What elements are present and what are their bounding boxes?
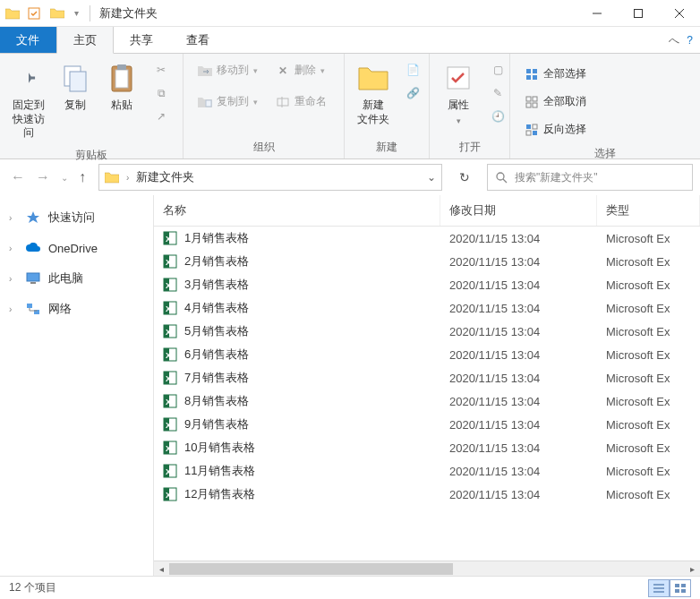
scroll-left-icon[interactable]: ◂ (154, 564, 169, 574)
recent-dropdown[interactable]: ⌄ (61, 173, 68, 183)
col-date[interactable]: 修改日期 (440, 195, 597, 226)
table-row[interactable]: X5月销售表格2020/11/15 13:04Microsoft Ex (154, 320, 700, 343)
invert-button[interactable]: 反向选择 (519, 118, 592, 141)
selectall-button[interactable]: 全部选择 (519, 63, 592, 85)
tab-home[interactable]: 主页 (56, 27, 114, 54)
newfolder-button[interactable]: 新建 文件夹 (350, 57, 397, 130)
up-button[interactable]: ↑ (79, 169, 86, 185)
maximize-button[interactable] (618, 0, 659, 27)
rename-button[interactable]: 重命名 (270, 90, 332, 113)
svg-rect-4 (70, 72, 86, 91)
svg-rect-16 (526, 97, 531, 101)
selectnone-label: 全部取消 (543, 94, 586, 109)
col-type[interactable]: 类型 (597, 195, 700, 226)
search-icon (495, 171, 508, 184)
nav-arrows: ← → ⌄ ↑ (7, 169, 90, 185)
history-button[interactable]: 🕘 (485, 106, 510, 127)
table-row[interactable]: X12月销售表格2020/11/15 13:04Microsoft Ex (154, 483, 700, 506)
sidebar-item-quickaccess[interactable]: › 快速访问 (0, 202, 153, 233)
file-name: 6月销售表格 (184, 347, 249, 363)
back-button[interactable]: ← (11, 169, 25, 185)
breadcrumb[interactable]: 新建文件夹 (136, 169, 420, 185)
sidebar-label: 网络 (48, 301, 72, 317)
scroll-thumb[interactable] (169, 563, 453, 575)
close-button[interactable] (659, 0, 700, 27)
cell-name: X7月销售表格 (154, 370, 440, 386)
svg-text:X: X (166, 374, 171, 383)
cell-name: X8月销售表格 (154, 393, 440, 409)
table-row[interactable]: X6月销售表格2020/11/15 13:04Microsoft Ex (154, 343, 700, 366)
selectnone-button[interactable]: 全部取消 (519, 90, 592, 113)
qat-dropdown-icon[interactable]: ▾ (70, 3, 82, 24)
table-row[interactable]: X4月销售表格2020/11/15 13:04Microsoft Ex (154, 296, 700, 320)
table-row[interactable]: X8月销售表格2020/11/15 13:04Microsoft Ex (154, 389, 700, 413)
col-name[interactable]: 名称 (154, 195, 440, 226)
ribbon-collapse[interactable]: へ ? (669, 27, 693, 54)
table-row[interactable]: X1月销售表格2020/11/15 13:04Microsoft Ex (154, 227, 700, 250)
qat-folder-icon[interactable] (47, 3, 68, 24)
edit-button[interactable]: ✎ (485, 82, 510, 104)
sidebar-item-network[interactable]: › 网络 (0, 294, 153, 324)
view-large-button[interactable] (670, 579, 691, 597)
help-icon[interactable]: ? (687, 34, 693, 47)
tab-share[interactable]: 共享 (114, 27, 170, 53)
sidebar-item-thispc[interactable]: › 此电脑 (0, 263, 153, 294)
table-row[interactable]: X9月销售表格2020/11/15 13:04Microsoft Ex (154, 413, 700, 436)
address-dropdown-icon[interactable]: ⌄ (427, 171, 436, 184)
table-row[interactable]: X11月销售表格2020/11/15 13:04Microsoft Ex (154, 459, 700, 483)
properties-button[interactable]: 属性 ▾ (435, 57, 482, 129)
table-row[interactable]: X2月销售表格2020/11/15 13:04Microsoft Ex (154, 250, 700, 273)
scroll-right-icon[interactable]: ▸ (685, 564, 700, 574)
cut-button[interactable]: ✂ (149, 59, 174, 81)
copy-button[interactable]: 复制 (52, 57, 98, 116)
cell-date: 2020/11/15 13:04 (440, 395, 597, 408)
forward-button[interactable]: → (36, 169, 50, 185)
scroll-track[interactable] (169, 561, 685, 576)
table-row[interactable]: X7月销售表格2020/11/15 13:04Microsoft Ex (154, 366, 700, 389)
title-bar: ▾ 新建文件夹 (0, 0, 700, 27)
open-button[interactable]: ▢ (485, 59, 510, 81)
qat-properties-icon[interactable] (23, 3, 45, 24)
cell-date: 2020/11/15 13:04 (440, 348, 597, 362)
delete-button[interactable]: ✕ 删除 ▾ (270, 59, 332, 81)
horizontal-scrollbar[interactable]: ◂ ▸ (154, 560, 700, 576)
copypath-button[interactable]: ⧉ (149, 82, 174, 104)
paste-button[interactable]: 粘贴 (98, 57, 145, 116)
star-icon (25, 210, 41, 226)
refresh-button[interactable]: ↻ (451, 170, 478, 184)
search-input[interactable]: 搜索"新建文件夹" (487, 164, 693, 191)
svg-text:X: X (166, 467, 171, 476)
rename-label: 重命名 (295, 94, 327, 109)
cell-name: X6月销售表格 (154, 347, 440, 363)
svg-rect-15 (533, 75, 537, 80)
svg-text:X: X (166, 351, 171, 360)
moveto-button[interactable]: 移动到 ▾ (192, 59, 263, 81)
group-clipboard: 固定到 快速访问 复制 粘贴 ✂ ⧉ ↗ 剪贴板 (0, 54, 184, 158)
copyto-button[interactable]: 复制到 ▾ (192, 90, 263, 113)
tab-file[interactable]: 文件 (0, 27, 56, 53)
paste-shortcut-button[interactable]: ↗ (149, 106, 174, 127)
table-row[interactable]: X10月销售表格2020/11/15 13:04Microsoft Ex (154, 436, 700, 459)
ribbon-tabs: 文件 主页 共享 查看 へ ? (0, 27, 700, 54)
excel-icon: X (163, 417, 177, 432)
view-details-button[interactable] (648, 579, 670, 597)
paste-label: 粘贴 (111, 98, 132, 113)
cell-name: X5月销售表格 (154, 323, 440, 339)
file-name: 5月销售表格 (184, 323, 249, 339)
tab-view[interactable]: 查看 (170, 27, 226, 53)
svg-rect-6 (115, 70, 128, 88)
newitem-button[interactable]: 📄 (400, 59, 425, 81)
cell-date: 2020/11/15 13:04 (440, 302, 597, 315)
chevron-down-icon: ▾ (253, 66, 258, 75)
sidebar-item-onedrive[interactable]: › OneDrive (0, 233, 153, 263)
file-list: 名称 修改日期 类型 X1月销售表格2020/11/15 13:04Micros… (154, 195, 700, 576)
easyaccess-button[interactable]: 🔗 (400, 82, 425, 104)
address-bar[interactable]: › 新建文件夹 ⌄ (98, 164, 442, 191)
excel-icon: X (163, 487, 177, 501)
table-row[interactable]: X3月销售表格2020/11/15 13:04Microsoft Ex (154, 273, 700, 296)
svg-text:X: X (166, 398, 171, 406)
chevron-down-icon: ▾ (457, 116, 461, 125)
file-name: 9月销售表格 (184, 416, 249, 432)
pin-quickaccess-button[interactable]: 固定到 快速访问 (5, 57, 52, 144)
minimize-button[interactable] (576, 0, 618, 27)
